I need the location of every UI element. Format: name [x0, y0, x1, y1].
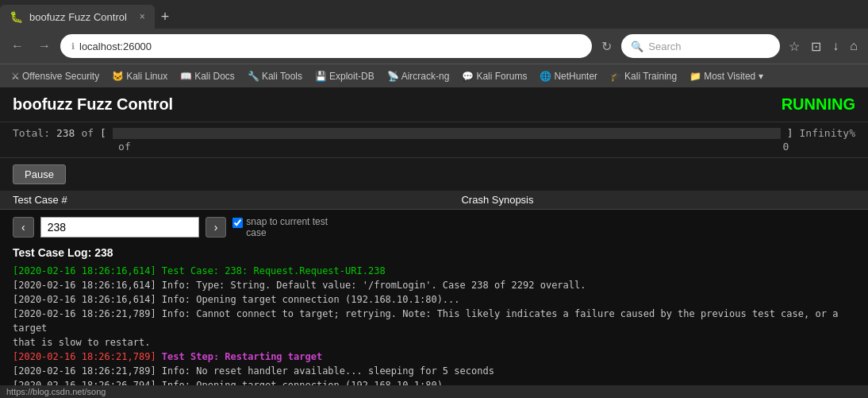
status-bar: https://blog.csdn.net/song — [0, 385, 868, 398]
log-timestamp-red-4: [2020-02-16 18:26:21,789] — [13, 351, 156, 362]
snap-label: snap to current test case — [246, 216, 328, 238]
bookmark-kali-tools[interactable]: 🔧 Kali Tools — [243, 69, 307, 83]
log-timestamp-5: [2020-02-16 18:26:21,789] — [13, 365, 156, 377]
app-header: boofuzz Fuzz Control RUNNING — [0, 87, 868, 122]
prev-test-case-button[interactable]: ‹ — [13, 217, 34, 238]
log-info-1: Info: Type: String. Default value: '/fro… — [162, 280, 586, 291]
forward-button[interactable]: → — [33, 36, 56, 56]
test-case-nav-row: ‹ › snap to current test case — [13, 216, 855, 238]
log-continuation-3: that is slow to restart. — [13, 337, 150, 348]
stats-row-1: Total: 238 of [ ] Infinity% — [13, 127, 855, 139]
total-value: 238 — [56, 127, 75, 139]
log-info-5: Info: No reset handler available... slee… — [162, 365, 494, 377]
log-line-1: [2020-02-16 18:26:16,614] Info: Type: St… — [13, 278, 855, 292]
log-title: Test Case Log: 238 — [13, 246, 855, 259]
bookmark-kali-linux[interactable]: 🐱 Kali Linux — [107, 69, 172, 83]
page-content: boofuzz Fuzz Control RUNNING Total: 238 … — [0, 87, 868, 398]
test-case-log-area: ‹ › snap to current test case Test Case … — [0, 210, 868, 398]
browser-chrome: 🐛 boofuzz Fuzz Control × + ← → ℹ localho… — [0, 0, 868, 87]
tab-title: boofuzz Fuzz Control — [29, 11, 127, 23]
bookmark-offensive-security[interactable]: ⚔ Offensive Security — [6, 69, 104, 83]
progress-bar — [113, 128, 781, 139]
log-info-2: Info: Opening target connection (192.168… — [162, 294, 460, 305]
bookmark-exploit-db[interactable]: 💾 Exploit-DB — [310, 69, 379, 83]
stats-bar: Total: 238 of [ ] Infinity% of — [0, 122, 868, 158]
download-button[interactable]: ↓ — [828, 36, 843, 57]
infinity-label: Infinity% — [800, 127, 855, 139]
next-test-case-button[interactable]: › — [205, 217, 227, 238]
home-button[interactable]: ⌂ — [846, 36, 862, 57]
tab-close-button[interactable]: × — [140, 11, 145, 22]
tab-bar: 🐛 boofuzz Fuzz Control × + — [0, 0, 868, 29]
bookmark-kali-training[interactable]: 🎓 Kali Training — [605, 69, 682, 83]
app-title: boofuzz Fuzz Control — [13, 95, 173, 114]
log-line-4: [2020-02-16 18:26:21,789] Test Step: Res… — [13, 350, 855, 364]
log-line-2: [2020-02-16 18:26:16,614] Info: Opening … — [13, 292, 855, 307]
close-bracket: ] — [787, 127, 793, 139]
bookmark-aircrack-ng[interactable]: 📡 Aircrack-ng — [382, 69, 455, 83]
url-text: localhost:26000 — [79, 41, 152, 52]
log-line-5: [2020-02-16 18:26:21,789] Info: No reset… — [13, 364, 855, 378]
bookmarks-bar: ⚔ Offensive Security 🐱 Kali Linux 📖 Kali… — [0, 64, 868, 87]
log-area: [2020-02-16 18:26:16,614] Test Case: 238… — [13, 264, 855, 398]
pocket-button[interactable]: ⊡ — [807, 36, 825, 57]
search-placeholder: Search — [648, 41, 681, 52]
controls-bar: Pause — [0, 158, 868, 191]
active-tab[interactable]: 🐛 boofuzz Fuzz Control × — [0, 5, 155, 29]
test-case-input[interactable] — [40, 217, 199, 238]
info-icon: ℹ — [71, 41, 75, 52]
log-step-4: Test Step: Restarting target — [162, 351, 322, 362]
log-line-3b: that is slow to restart. — [13, 335, 855, 350]
log-timestamp-3: [2020-02-16 18:26:21,789] — [13, 308, 156, 319]
log-highlight-0: [2020-02-16 18:26:16,614] Test Case: 238… — [13, 265, 386, 276]
url-bar[interactable]: ℹ localhost:26000 — [60, 34, 592, 58]
log-timestamp-1: [2020-02-16 18:26:16,614] — [13, 280, 156, 291]
total-label: Total: — [13, 127, 50, 139]
table-header: Test Case # Crash Synopsis — [0, 191, 868, 210]
back-button[interactable]: ← — [6, 36, 29, 56]
open-bracket: [ — [100, 127, 106, 139]
snap-checkbox-area: snap to current test case — [232, 216, 328, 238]
search-icon: 🔍 — [631, 41, 643, 52]
stats-row-2: of 0 — [13, 139, 855, 153]
of2-label: of — [118, 141, 131, 153]
col-crash: Crash Synopsis — [140, 194, 855, 206]
log-timestamp-2: [2020-02-16 18:26:16,614] — [13, 294, 156, 305]
col-testcase: Test Case # — [13, 194, 140, 206]
snap-checkbox[interactable] — [232, 218, 243, 228]
status-badge: RUNNING — [782, 95, 855, 114]
tab-favicon: 🐛 — [10, 10, 23, 23]
nav-bar: ← → ℹ localhost:26000 ↻ 🔍 Search ☆ ⊡ ↓ ⌂ — [0, 29, 868, 64]
bookmark-nethunter[interactable]: 🌐 NetHunter — [535, 69, 602, 83]
pause-button[interactable]: Pause — [13, 164, 66, 184]
bookmark-star-button[interactable]: ☆ — [785, 36, 804, 57]
bookmark-kali-forums[interactable]: 💬 Kali Forums — [457, 69, 532, 83]
nav-actions: ☆ ⊡ ↓ ⌂ — [785, 36, 862, 57]
log-line-3: [2020-02-16 18:26:21,789] Info: Cannot c… — [13, 307, 855, 335]
bookmark-most-visited[interactable]: 📁 Most Visited ▾ — [685, 69, 767, 83]
zero-value: 0 — [783, 141, 789, 153]
refresh-button[interactable]: ↻ — [597, 36, 616, 57]
status-url: https://blog.csdn.net/song — [6, 387, 106, 396]
log-line-0: [2020-02-16 18:26:16,614] Test Case: 238… — [13, 264, 855, 278]
search-bar[interactable]: 🔍 Search — [621, 34, 780, 58]
bookmark-kali-docs[interactable]: 📖 Kali Docs — [175, 69, 240, 83]
new-tab-button[interactable]: + — [155, 9, 176, 25]
of-label: of — [81, 127, 94, 139]
